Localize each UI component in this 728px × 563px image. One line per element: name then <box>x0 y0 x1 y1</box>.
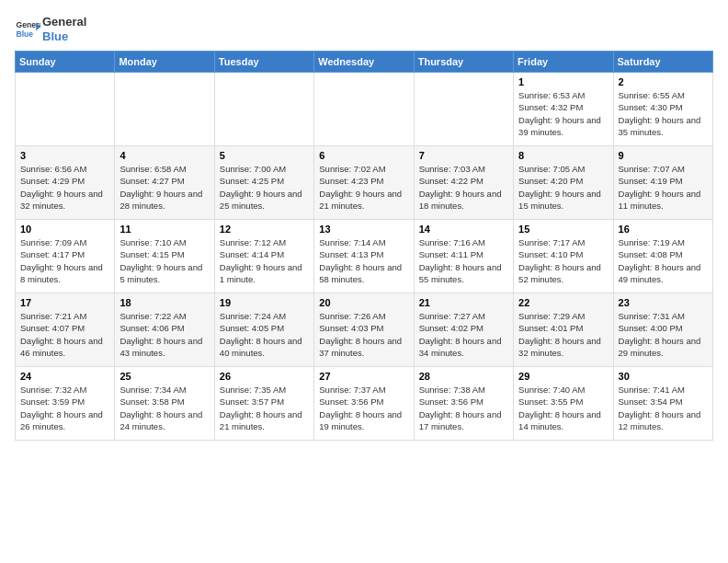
calendar-cell <box>16 73 115 146</box>
calendar-cell: 13Sunrise: 7:14 AMSunset: 4:13 PMDayligh… <box>314 220 414 293</box>
day-info: Sunrise: 7:21 AMSunset: 4:07 PMDaylight:… <box>20 310 109 359</box>
calendar-cell: 5Sunrise: 7:00 AMSunset: 4:25 PMDaylight… <box>214 146 313 220</box>
day-info: Sunrise: 7:24 AMSunset: 4:05 PMDaylight:… <box>220 310 309 359</box>
calendar-cell: 6Sunrise: 7:02 AMSunset: 4:23 PMDaylight… <box>314 146 414 220</box>
day-number: 1 <box>518 76 608 87</box>
calendar-cell: 29Sunrise: 7:40 AMSunset: 3:55 PMDayligh… <box>514 367 613 441</box>
calendar-cell: 4Sunrise: 6:58 AMSunset: 4:27 PMDaylight… <box>115 146 214 220</box>
day-of-week-monday: Monday <box>115 52 214 73</box>
calendar-cell <box>414 73 513 146</box>
day-number: 25 <box>119 371 209 382</box>
calendar-week-1: 1Sunrise: 6:53 AMSunset: 4:32 PMDaylight… <box>16 73 713 146</box>
day-number: 26 <box>220 371 309 382</box>
calendar-cell: 20Sunrise: 7:26 AMSunset: 4:03 PMDayligh… <box>314 293 414 367</box>
day-of-week-header: SundayMondayTuesdayWednesdayThursdayFrid… <box>16 52 713 73</box>
calendar-cell: 16Sunrise: 7:19 AMSunset: 4:08 PMDayligh… <box>613 220 712 293</box>
day-number: 30 <box>619 371 708 382</box>
calendar-cell: 2Sunrise: 6:55 AMSunset: 4:30 PMDaylight… <box>613 73 712 146</box>
calendar-cell: 10Sunrise: 7:09 AMSunset: 4:17 PMDayligh… <box>16 220 115 293</box>
day-of-week-friday: Friday <box>514 52 613 73</box>
calendar-week-2: 3Sunrise: 6:56 AMSunset: 4:29 PMDaylight… <box>16 146 713 220</box>
calendar-cell <box>314 73 414 146</box>
day-number: 3 <box>20 150 109 161</box>
svg-text:Blue: Blue <box>17 29 34 38</box>
calendar-cell: 30Sunrise: 7:41 AMSunset: 3:54 PMDayligh… <box>613 367 712 441</box>
day-number: 12 <box>220 224 309 235</box>
day-info: Sunrise: 7:09 AMSunset: 4:17 PMDaylight:… <box>20 236 109 285</box>
logo-icon: General Blue <box>15 17 40 42</box>
calendar-week-5: 24Sunrise: 7:32 AMSunset: 3:59 PMDayligh… <box>16 367 713 441</box>
day-number: 11 <box>119 224 209 235</box>
calendar-cell: 14Sunrise: 7:16 AMSunset: 4:11 PMDayligh… <box>414 220 513 293</box>
day-number: 9 <box>619 150 708 161</box>
calendar-cell: 24Sunrise: 7:32 AMSunset: 3:59 PMDayligh… <box>16 367 115 441</box>
day-info: Sunrise: 7:35 AMSunset: 3:57 PMDaylight:… <box>220 384 309 432</box>
day-info: Sunrise: 6:53 AMSunset: 4:32 PMDaylight:… <box>518 89 608 138</box>
calendar-cell: 19Sunrise: 7:24 AMSunset: 4:05 PMDayligh… <box>214 293 313 367</box>
calendar-cell: 7Sunrise: 7:03 AMSunset: 4:22 PMDaylight… <box>414 146 513 220</box>
day-number: 5 <box>220 150 309 161</box>
day-info: Sunrise: 7:17 AMSunset: 4:10 PMDaylight:… <box>518 236 608 285</box>
day-number: 4 <box>119 150 209 161</box>
day-info: Sunrise: 7:38 AMSunset: 3:56 PMDaylight:… <box>419 384 508 432</box>
day-info: Sunrise: 6:56 AMSunset: 4:29 PMDaylight:… <box>20 163 109 212</box>
day-info: Sunrise: 7:12 AMSunset: 4:14 PMDaylight:… <box>220 236 309 285</box>
day-number: 15 <box>518 224 608 235</box>
day-info: Sunrise: 7:31 AMSunset: 4:00 PMDaylight:… <box>619 310 708 359</box>
day-info: Sunrise: 7:40 AMSunset: 3:55 PMDaylight:… <box>518 384 608 432</box>
day-info: Sunrise: 7:02 AMSunset: 4:23 PMDaylight:… <box>319 163 408 212</box>
day-info: Sunrise: 6:55 AMSunset: 4:30 PMDaylight:… <box>619 89 708 138</box>
header: General Blue General Blue <box>15 15 713 43</box>
day-of-week-wednesday: Wednesday <box>314 52 414 73</box>
calendar-cell: 18Sunrise: 7:22 AMSunset: 4:06 PMDayligh… <box>115 293 214 367</box>
day-info: Sunrise: 7:00 AMSunset: 4:25 PMDaylight:… <box>220 163 309 212</box>
calendar-table: SundayMondayTuesdayWednesdayThursdayFrid… <box>15 51 713 441</box>
day-info: Sunrise: 7:14 AMSunset: 4:13 PMDaylight:… <box>319 236 408 285</box>
day-info: Sunrise: 7:41 AMSunset: 3:54 PMDaylight:… <box>619 384 708 432</box>
day-info: Sunrise: 7:16 AMSunset: 4:11 PMDaylight:… <box>419 236 508 285</box>
calendar-cell <box>214 73 313 146</box>
logo-text: General Blue <box>42 15 86 43</box>
day-number: 13 <box>319 224 408 235</box>
calendar-cell: 1Sunrise: 6:53 AMSunset: 4:32 PMDaylight… <box>514 73 613 146</box>
calendar-week-4: 17Sunrise: 7:21 AMSunset: 4:07 PMDayligh… <box>16 293 713 367</box>
day-number: 2 <box>619 76 708 87</box>
day-info: Sunrise: 7:22 AMSunset: 4:06 PMDaylight:… <box>119 310 209 359</box>
day-number: 8 <box>518 150 608 161</box>
day-info: Sunrise: 7:10 AMSunset: 4:15 PMDaylight:… <box>119 236 209 285</box>
day-info: Sunrise: 7:32 AMSunset: 3:59 PMDaylight:… <box>20 384 109 432</box>
day-info: Sunrise: 7:19 AMSunset: 4:08 PMDaylight:… <box>619 236 708 285</box>
calendar-cell: 11Sunrise: 7:10 AMSunset: 4:15 PMDayligh… <box>115 220 214 293</box>
day-info: Sunrise: 7:05 AMSunset: 4:20 PMDaylight:… <box>518 163 608 212</box>
calendar-cell: 8Sunrise: 7:05 AMSunset: 4:20 PMDaylight… <box>514 146 613 220</box>
day-info: Sunrise: 7:37 AMSunset: 3:56 PMDaylight:… <box>319 384 408 432</box>
calendar-cell: 21Sunrise: 7:27 AMSunset: 4:02 PMDayligh… <box>414 293 513 367</box>
calendar-cell: 27Sunrise: 7:37 AMSunset: 3:56 PMDayligh… <box>314 367 414 441</box>
calendar-cell: 23Sunrise: 7:31 AMSunset: 4:00 PMDayligh… <box>613 293 712 367</box>
day-number: 14 <box>419 224 508 235</box>
day-number: 17 <box>20 297 109 308</box>
day-number: 19 <box>220 297 309 308</box>
day-info: Sunrise: 7:26 AMSunset: 4:03 PMDaylight:… <box>319 310 408 359</box>
day-number: 21 <box>419 297 508 308</box>
day-number: 18 <box>119 297 209 308</box>
calendar-cell: 12Sunrise: 7:12 AMSunset: 4:14 PMDayligh… <box>214 220 313 293</box>
calendar-body: 1Sunrise: 6:53 AMSunset: 4:32 PMDaylight… <box>16 73 713 441</box>
day-number: 10 <box>20 224 109 235</box>
calendar-cell <box>115 73 214 146</box>
day-number: 27 <box>319 371 408 382</box>
day-info: Sunrise: 7:07 AMSunset: 4:19 PMDaylight:… <box>619 163 708 212</box>
calendar-cell: 25Sunrise: 7:34 AMSunset: 3:58 PMDayligh… <box>115 367 214 441</box>
day-number: 7 <box>419 150 508 161</box>
calendar-cell: 17Sunrise: 7:21 AMSunset: 4:07 PMDayligh… <box>16 293 115 367</box>
calendar-cell: 9Sunrise: 7:07 AMSunset: 4:19 PMDaylight… <box>613 146 712 220</box>
day-info: Sunrise: 7:03 AMSunset: 4:22 PMDaylight:… <box>419 163 508 212</box>
logo: General Blue General Blue <box>15 15 86 43</box>
day-number: 6 <box>319 150 408 161</box>
day-number: 23 <box>619 297 708 308</box>
calendar-cell: 15Sunrise: 7:17 AMSunset: 4:10 PMDayligh… <box>514 220 613 293</box>
calendar-cell: 26Sunrise: 7:35 AMSunset: 3:57 PMDayligh… <box>214 367 313 441</box>
calendar-cell: 3Sunrise: 6:56 AMSunset: 4:29 PMDaylight… <box>16 146 115 220</box>
day-of-week-sunday: Sunday <box>16 52 115 73</box>
day-info: Sunrise: 7:34 AMSunset: 3:58 PMDaylight:… <box>119 384 209 432</box>
